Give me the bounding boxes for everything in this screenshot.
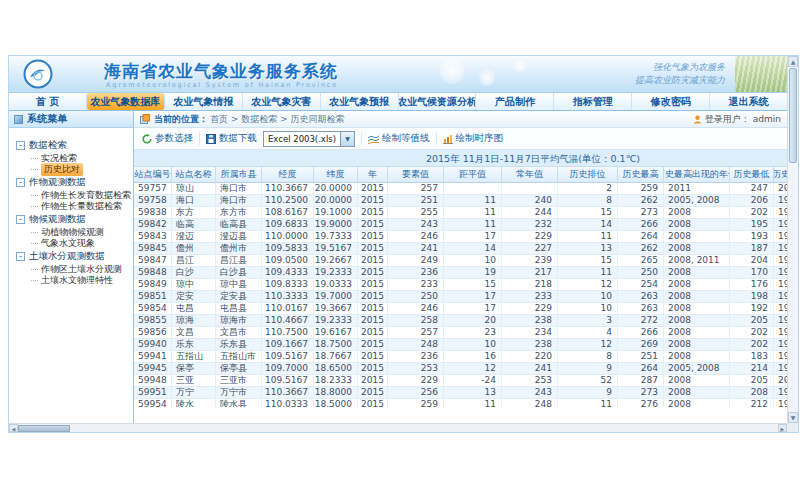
param-select-button[interactable]: 参数选择: [142, 132, 193, 145]
cell-hist-min: 205: [730, 315, 774, 327]
cell-station-id: 59843: [134, 231, 172, 243]
timeseries-chart-icon: [443, 134, 453, 144]
nav-item-agro-information[interactable]: 农业气象情报: [165, 93, 243, 110]
table-row[interactable]: 59854屯昌屯昌县110.016719.3667201524617229102…: [134, 303, 787, 315]
tree-item-crop-growth-amount-search[interactable]: 作物生长量数据检索: [9, 201, 133, 212]
tree-connector-line: [31, 243, 38, 244]
cell-year: 2015: [358, 291, 388, 303]
table-row[interactable]: 59856文昌文昌市110.750019.6167201525723234426…: [134, 327, 787, 339]
cell-hist-min-years: 1970: [774, 243, 787, 255]
table-row[interactable]: 59845儋州儋州市109.583319.5167201524114227132…: [134, 243, 787, 255]
export-format-select[interactable]: Excel 2003(.xls) ▼: [263, 131, 355, 147]
cell-year: 2015: [358, 375, 388, 387]
nav-item-home[interactable]: 首 页: [9, 93, 87, 110]
cell-station-id: 59845: [134, 243, 172, 255]
cell-hist-max: 269: [618, 339, 664, 351]
draw-contour-button[interactable]: 绘制等值线: [368, 132, 430, 145]
table-row[interactable]: 59849琼中琼中县109.833319.0333201523315218122…: [134, 279, 787, 291]
cell-anomaly: 10: [444, 255, 502, 267]
nav-item-change-password[interactable]: 修改密码: [632, 93, 710, 110]
cell-anomaly: 15: [444, 279, 502, 291]
cell-normal: 243: [502, 387, 558, 399]
nav-item-agro-forecast[interactable]: 农业气象预报: [321, 93, 399, 110]
cell-county: 澄迈县: [216, 231, 262, 243]
cell-station-name: 儋州: [172, 243, 216, 255]
data-download-button[interactable]: 数据下载: [206, 132, 257, 145]
scroll-left-arrow[interactable]: ◀: [9, 424, 18, 432]
cell-value: 257: [388, 183, 444, 195]
table-row[interactable]: 59851定安定安县110.333319.7000201525017233102…: [134, 291, 787, 303]
scroll-up-arrow[interactable]: ▲: [788, 56, 798, 67]
table-body: 59757琼山海口市110.366720.0000201525722592011…: [134, 183, 787, 407]
cell-normal: 229: [502, 303, 558, 315]
nav-item-logout[interactable]: 退出系统: [710, 93, 787, 110]
cell-value: 250: [388, 291, 444, 303]
cell-station-name: 陵水: [172, 399, 216, 407]
cell-station-id: 59848: [134, 267, 172, 279]
col-header-normal: 常年值: [502, 167, 558, 183]
tree-group-data-search[interactable]: -数据检索: [9, 138, 133, 153]
table-row[interactable]: 59838东方东方市108.616719.1000201525511244152…: [134, 207, 787, 219]
table-row[interactable]: 59758海口海口市110.250020.0000201525111240826…: [134, 195, 787, 207]
table-row[interactable]: 59941五指山五指山市109.516718.76672015236162208…: [134, 351, 787, 363]
cell-year: 2015: [358, 255, 388, 267]
cell-county: 定安县: [216, 291, 262, 303]
cell-year: 2015: [358, 315, 388, 327]
cell-longitude: 110.0000: [262, 231, 314, 243]
app-banner: 海南省农业气象业务服务系统 Agrometeorological System …: [9, 56, 787, 93]
collapse-icon[interactable]: -: [16, 215, 25, 224]
vertical-scrollbar[interactable]: ▲ ▼: [787, 56, 798, 423]
cell-rank: 9: [558, 387, 618, 399]
table-row[interactable]: 59855琼海琼海市110.466719.2333201525820238327…: [134, 315, 787, 327]
tree-item-history-compare[interactable]: 历史比对: [9, 164, 133, 175]
cell-station-id: 59842: [134, 219, 172, 231]
tree-item-soil-hydro-physical[interactable]: 土壤水文物理特性: [9, 275, 133, 286]
table-row[interactable]: 59843澄迈澄迈县110.000019.7333201524617229112…: [134, 231, 787, 243]
tree-group-label: 物候观测数据: [29, 213, 86, 226]
cell-latitude: 18.5000: [314, 399, 358, 407]
table-row[interactable]: 59847昌江昌江县109.050019.2667201524910239152…: [134, 255, 787, 267]
table-row[interactable]: 59951万宁万宁市110.366718.8000201525613243927…: [134, 387, 787, 399]
toolbar-separator: [436, 132, 437, 145]
nav-item-product-making[interactable]: 产品制作: [476, 93, 554, 110]
cell-anomaly: 11: [444, 219, 502, 231]
table-row[interactable]: 59757琼山海口市110.366720.0000201525722592011…: [134, 183, 787, 195]
cell-hist-min-years: 1970: [774, 315, 787, 327]
table-row[interactable]: 59954陵水陵水县110.033318.5000201525911248112…: [134, 399, 787, 407]
chevron-down-icon[interactable]: ▼: [340, 132, 354, 146]
table-row[interactable]: 59948三亚三亚市109.516718.23332015229-2425352…: [134, 375, 787, 387]
table-row[interactable]: 59842临高临高县109.683319.9000201524311232142…: [134, 219, 787, 231]
horizontal-scrollbar-thumb[interactable]: [18, 425, 70, 432]
col-header-county: 所属市县: [216, 167, 262, 183]
cell-latitude: 18.2333: [314, 375, 358, 387]
draw-timeseries-button[interactable]: 绘制时序图: [443, 132, 504, 145]
cell-hist-min-years: 1958, 1970: [774, 195, 787, 207]
cell-value: 257: [388, 327, 444, 339]
tree-item-weather-hydro-phenomena[interactable]: 气象水文现象: [9, 238, 133, 249]
col-header-rank: 历史排位: [558, 167, 618, 183]
nav-item-indicator-management[interactable]: 指标管理: [554, 93, 632, 110]
table-row[interactable]: 59945保亭保亭县109.700018.6500201525312241926…: [134, 363, 787, 375]
decor-bubble: [514, 60, 526, 72]
tree-group-phenology-observation[interactable]: -物候观测数据: [9, 212, 133, 227]
vertical-scrollbar-thumb[interactable]: [789, 68, 797, 163]
nav-item-climate-resource-analysis[interactable]: 农业气候资源分析: [399, 93, 477, 110]
cell-latitude: 19.1000: [314, 207, 358, 219]
cell-latitude: 19.0333: [314, 279, 358, 291]
collapse-icon[interactable]: -: [16, 141, 25, 150]
scroll-right-arrow[interactable]: ▶: [778, 424, 787, 432]
nav-item-agro-disaster[interactable]: 农业气象灾害: [243, 93, 321, 110]
cell-year: 2015: [358, 279, 388, 291]
cell-hist-max: 273: [618, 387, 664, 399]
nav-item-agro-database[interactable]: 农业气象数据库: [87, 93, 165, 110]
tree-group-soil-moisture-observation[interactable]: -土壤水分观测数据: [9, 249, 133, 264]
scroll-down-arrow[interactable]: ▼: [788, 412, 798, 423]
table-row[interactable]: 59848白沙白沙县109.433319.2333201523619217112…: [134, 267, 787, 279]
collapse-icon[interactable]: -: [16, 252, 25, 261]
tree-group-crop-observation[interactable]: -作物观测数据: [9, 175, 133, 190]
cell-year: 2015: [358, 183, 388, 195]
horizontal-scrollbar[interactable]: ◀ ▶: [9, 423, 787, 432]
col-header-hist-max-years: 历史最高出现的年份: [664, 167, 730, 183]
table-row[interactable]: 59940乐东乐东县109.166718.7500201524810238122…: [134, 339, 787, 351]
collapse-icon[interactable]: -: [16, 178, 25, 187]
